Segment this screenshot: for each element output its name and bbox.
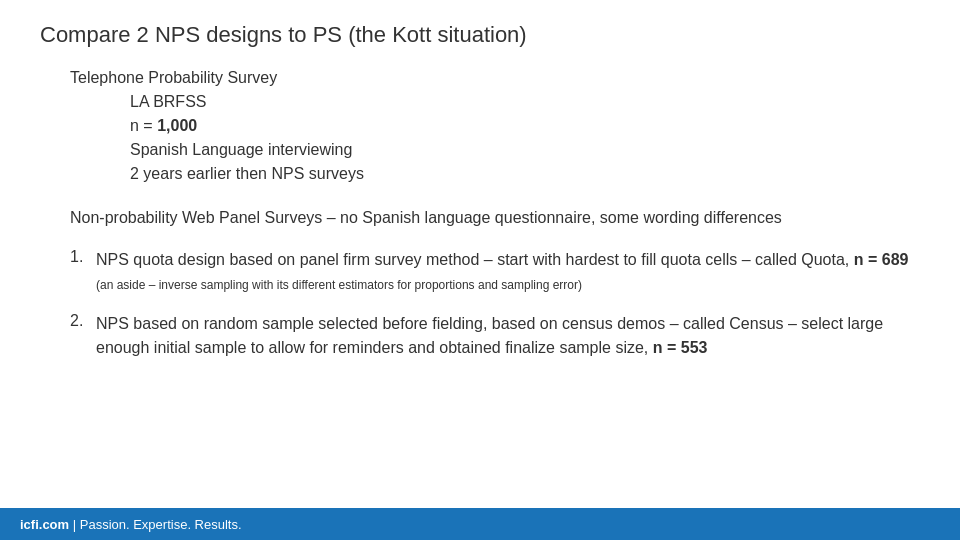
item1-content: NPS quota design based on panel firm sur… (96, 248, 920, 296)
item1-main: NPS quota design based on panel firm sur… (96, 251, 854, 268)
item2-num: 2. (70, 312, 88, 360)
page-title: Compare 2 NPS designs to PS (the Kott si… (40, 22, 920, 48)
item2-content: NPS based on random sample selected befo… (96, 312, 920, 360)
years-line: 2 years earlier then NPS surveys (130, 162, 920, 186)
item2-bold: n = 553 (653, 339, 708, 356)
main-content: Compare 2 NPS designs to PS (the Kott si… (0, 0, 960, 436)
footer-brand: icfi.com (20, 517, 69, 532)
footer: icfi.com | Passion. Expertise. Results. (0, 508, 960, 540)
spanish-line: Spanish Language interviewing (130, 138, 920, 162)
item2-main: NPS based on random sample selected befo… (96, 315, 883, 356)
item2-section: 2. NPS based on random sample selected b… (40, 312, 920, 360)
footer-tagline: | Passion. Expertise. Results. (69, 517, 241, 532)
telephone-section: Telephone Probability Survey LA BRFSS n … (40, 66, 920, 186)
footer-text: icfi.com | Passion. Expertise. Results. (20, 517, 242, 532)
item1-num: 1. (70, 248, 88, 296)
n-value-line: n = 1,000 (130, 114, 920, 138)
item1-bold: n = 689 (854, 251, 909, 268)
n-prefix: n = (130, 117, 157, 134)
non-prob-text: Non-probability Web Panel Surveys – no S… (70, 206, 920, 230)
item1-small: (an aside – inverse sampling with its di… (96, 278, 582, 292)
telephone-label: Telephone Probability Survey (70, 66, 920, 90)
n-bold: 1,000 (157, 117, 197, 134)
la-brfss-line: LA BRFSS (130, 90, 920, 114)
sub-items: LA BRFSS n = 1,000 Spanish Language inte… (70, 90, 920, 186)
item1-section: 1. NPS quota design based on panel firm … (40, 248, 920, 296)
non-prob-section: Non-probability Web Panel Surveys – no S… (40, 206, 920, 230)
